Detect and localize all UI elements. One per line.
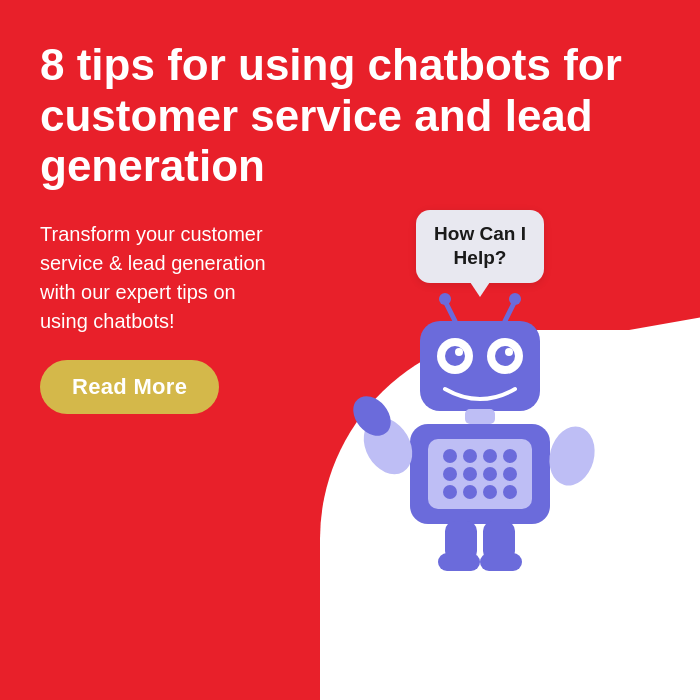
svg-point-1 — [439, 293, 451, 305]
speech-bubble: How Can I Help? — [416, 210, 544, 283]
svg-point-20 — [483, 467, 497, 481]
svg-point-3 — [509, 293, 521, 305]
robot-illustration — [350, 291, 610, 571]
svg-point-17 — [503, 449, 517, 463]
speech-line2: Help? — [454, 247, 507, 268]
svg-point-28 — [543, 421, 601, 490]
svg-point-9 — [455, 348, 463, 356]
svg-point-18 — [443, 467, 457, 481]
svg-point-22 — [443, 485, 457, 499]
description-text: Transform your customer service & lead g… — [40, 220, 280, 336]
svg-point-14 — [443, 449, 457, 463]
svg-rect-11 — [465, 409, 495, 424]
svg-point-10 — [505, 348, 513, 356]
banner-card: 8 tips for using chatbots for customer s… — [0, 0, 700, 700]
svg-point-21 — [503, 467, 517, 481]
svg-rect-31 — [438, 553, 480, 571]
read-more-button[interactable]: Read More — [40, 360, 219, 414]
robot-area: How Can I Help? — [300, 210, 660, 571]
speech-line1: How Can I — [434, 223, 526, 244]
svg-point-24 — [483, 485, 497, 499]
svg-point-7 — [445, 346, 465, 366]
svg-rect-32 — [480, 553, 522, 571]
svg-point-23 — [463, 485, 477, 499]
content-row: Transform your customer service & lead g… — [40, 220, 660, 571]
left-column: Transform your customer service & lead g… — [40, 220, 280, 414]
svg-point-15 — [463, 449, 477, 463]
svg-point-8 — [495, 346, 515, 366]
svg-point-25 — [503, 485, 517, 499]
svg-point-16 — [483, 449, 497, 463]
main-title: 8 tips for using chatbots for customer s… — [40, 40, 660, 192]
svg-point-19 — [463, 467, 477, 481]
